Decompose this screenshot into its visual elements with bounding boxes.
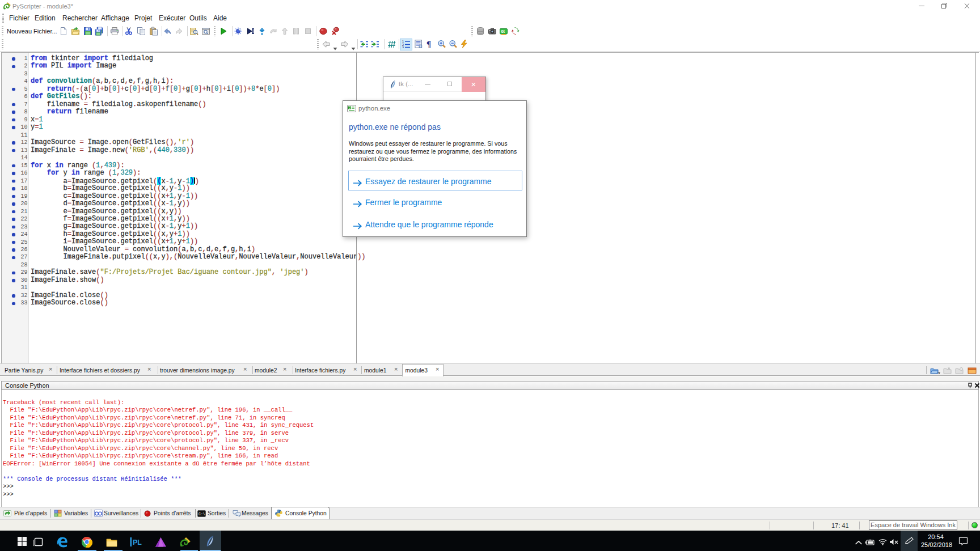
svg-text:0t: 0t	[501, 29, 505, 34]
svg-text:¶: ¶	[426, 40, 431, 48]
svg-text:PL: PL	[133, 539, 142, 546]
svg-text:C:\: C:\	[198, 512, 205, 516]
svg-text:3: 3	[402, 46, 404, 49]
